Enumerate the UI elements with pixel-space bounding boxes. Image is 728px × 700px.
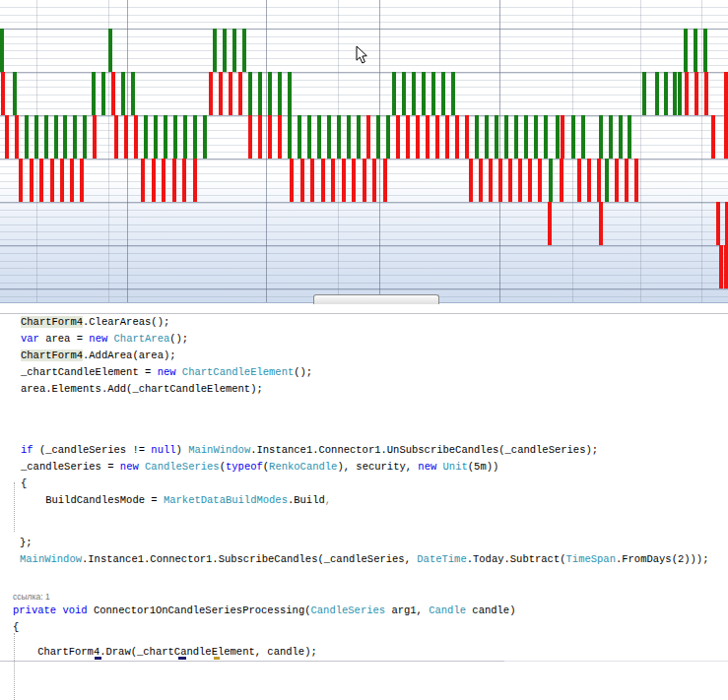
renko-up-brick [13, 72, 17, 115]
renko-down-brick [719, 245, 723, 288]
code-token-n: .AddArea(area); [83, 350, 176, 361]
renko-up-brick [54, 115, 58, 159]
code-token-k: if [21, 444, 33, 456]
code-line[interactable]: _candleSeries = new CandleSeries(typeof(… [21, 461, 498, 474]
code-token-k: private [13, 605, 56, 616]
renko-up-brick [678, 72, 682, 115]
code-line[interactable]: _chartCandleElement = new ChartCandleEle… [21, 366, 312, 379]
renko-up-brick [213, 29, 217, 72]
renko-down-brick [321, 159, 325, 202]
renko-up-brick [347, 115, 351, 159]
code-line[interactable]: ChartForm4.ClearAreas(); [21, 316, 169, 329]
renko-up-brick [154, 115, 158, 159]
code-token-t: CandleSeries [310, 605, 385, 616]
renko-down-brick [19, 159, 23, 202]
indent-guide [14, 633, 15, 700]
renko-up-brick [357, 115, 361, 159]
gridline-vertical [640, 0, 641, 303]
renko-up-brick [703, 29, 707, 72]
gridline-vertical-major [499, 0, 500, 303]
renko-up-brick [278, 72, 282, 115]
code-token-t: ChartCandleElement [182, 366, 294, 378]
code-line[interactable]: if (_candleSeries != null) MainWindow.In… [21, 444, 598, 457]
renko-up-brick [664, 72, 668, 115]
renko-down-brick [300, 159, 304, 202]
code-token-n: ChartForm4.Draw(_chartCandleElement, can… [13, 646, 317, 658]
code-line[interactable]: private void Connector1OnCandleSeriesPro… [13, 605, 515, 617]
codelens-references[interactable]: ссылка: 1 [13, 591, 50, 604]
code-token-n: .Instance1.Connector1.UnSubscribeCandles… [250, 444, 598, 456]
code-token-t: Unit [443, 461, 468, 473]
renko-down-brick [383, 159, 387, 202]
renko-up-brick [581, 115, 585, 159]
renko-down-brick [60, 159, 64, 202]
renko-down-brick [435, 115, 439, 159]
renko-down-brick [561, 115, 564, 159]
code-token-k: null [151, 444, 175, 456]
renko-up-brick [183, 115, 187, 159]
code-line[interactable]: var area = new ChartArea(); [21, 333, 188, 346]
code-line[interactable]: MainWindow.Instance1.Connector1.Subscrib… [20, 553, 708, 566]
renko-up-brick [144, 115, 148, 159]
code-token-n: (); [294, 366, 312, 378]
renko-down-brick [538, 159, 542, 202]
renko-down-brick [695, 72, 698, 115]
code-token-k: new [120, 461, 139, 473]
code-token-n: .Build [288, 494, 325, 506]
renko-down-brick [724, 115, 728, 159]
gridline-vertical-major [266, 0, 267, 303]
code-token-k: typeof [226, 461, 263, 473]
renko-up-brick [232, 29, 236, 72]
clipped-code-fragment [214, 657, 220, 660]
renko-up-brick [556, 115, 560, 159]
code-token-n: Connector1OnCandleSeriesProcessing( [88, 605, 311, 616]
code-token-hl: ChartForm4 [21, 316, 83, 328]
code-token-n: { [21, 477, 27, 489]
code-token-n: arg1, [385, 605, 429, 616]
renko-down-brick [342, 159, 346, 202]
renko-down-brick [587, 159, 591, 202]
renko-down-brick [498, 159, 502, 202]
code-line[interactable]: ChartForm4.Draw(_chartCandleElement, can… [13, 646, 317, 659]
renko-up-brick [307, 115, 311, 159]
renko-up-brick [376, 115, 380, 159]
renko-down-brick [209, 72, 213, 115]
code-token-t: TimeSpan [566, 553, 616, 565]
code-line[interactable]: }; [20, 537, 33, 549]
editor-bottom-separator [0, 661, 504, 662]
renko-up-brick [337, 115, 341, 159]
mouse-cursor-icon [356, 45, 368, 65]
code-token-t: ChartArea [114, 333, 170, 345]
renko-up-brick [605, 159, 609, 202]
code-token-n: (_candleSeries != [33, 444, 152, 456]
renko-up-brick [288, 115, 292, 159]
code-line[interactable]: area.Elements.Add(_chartCandleElement); [21, 383, 263, 396]
renko-up-brick [524, 115, 528, 159]
code-token-n: .Today.Subtract( [467, 553, 566, 565]
code-token-k: var [21, 333, 39, 345]
renko-down-brick [352, 159, 356, 202]
renko-up-brick [327, 115, 331, 159]
renko-up-brick [101, 72, 105, 115]
renko-down-brick [465, 115, 469, 159]
clipped-code-fragment [95, 657, 101, 660]
renko-up-brick [412, 72, 416, 115]
code-editor[interactable]: ChartForm4.ClearAreas();var area = new C… [0, 304, 728, 700]
renko-down-brick [372, 159, 376, 202]
code-line[interactable]: { [21, 477, 27, 490]
renko-down-brick [111, 72, 115, 115]
renko-down-brick [152, 159, 156, 202]
renko-down-brick [229, 72, 232, 115]
code-line[interactable]: BuildCandlesMode = MarketDataBuildModes.… [21, 494, 331, 507]
renko-down-brick [489, 159, 493, 202]
renko-down-brick [134, 115, 138, 159]
code-token-k: void [62, 605, 87, 616]
renko-up-brick [571, 115, 575, 159]
renko-down-brick [560, 159, 563, 202]
renko-up-brick [619, 115, 623, 159]
renko-down-brick [366, 115, 370, 159]
code-line[interactable]: ChartForm4.AddArea(area); [21, 350, 176, 362]
renko-up-brick [258, 72, 262, 115]
renko-down-brick [597, 159, 601, 202]
renko-down-brick [39, 159, 43, 202]
